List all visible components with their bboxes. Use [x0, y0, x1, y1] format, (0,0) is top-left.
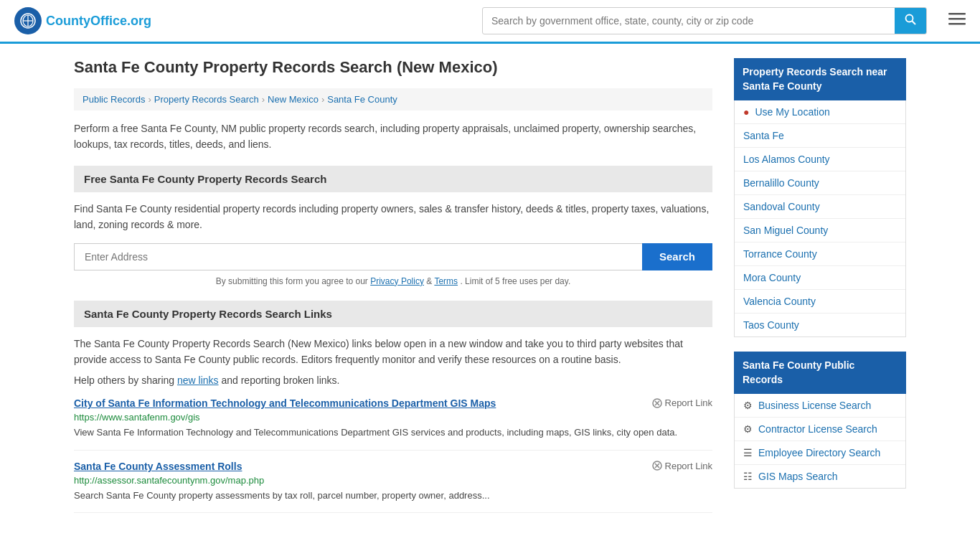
svg-point-3 [906, 15, 913, 22]
address-search-form: Search [74, 243, 712, 270]
svg-rect-6 [948, 18, 966, 20]
links-section-header: Santa Fe County Property Records Search … [74, 301, 712, 327]
sidebar-nearby-list: ● Use My Location Santa Fe Los Alamos Co… [734, 100, 906, 337]
sidebar-public-records-title: Santa Fe County Public Records [734, 352, 906, 394]
sidebar-item-bernalillo[interactable]: Bernalillo County [735, 171, 905, 195]
report-link-assessment[interactable]: Report Link [652, 461, 712, 471]
link-item-gis: City of Santa Fe Information Technology … [74, 397, 712, 451]
free-search-section-header: Free Santa Fe County Property Records Se… [74, 166, 712, 192]
links-section: Santa Fe County Property Records Search … [74, 301, 712, 514]
sidebar-item-sandoval[interactable]: Sandoval County [735, 195, 905, 219]
link-item-assessment-url: http://assessor.santafecountynm.gov/map.… [74, 475, 712, 486]
sidebar-public-records-section: Santa Fe County Public Records ⚙ Busines… [734, 352, 906, 489]
doc-icon-employee: ☰ [743, 447, 753, 458]
address-search-button[interactable]: Search [642, 243, 712, 270]
link-item-gis-desc: View Santa Fe Information Technology and… [74, 425, 712, 440]
use-my-location-link[interactable]: Use My Location [755, 106, 829, 118]
svg-rect-7 [948, 23, 966, 25]
breadcrumb-sep-3: › [321, 94, 324, 105]
global-search-button[interactable] [895, 8, 926, 34]
gear-icon-business: ⚙ [743, 400, 753, 411]
report-link-gis[interactable]: Report Link [652, 397, 712, 408]
hamburger-menu-button[interactable] [948, 11, 966, 30]
svg-line-4 [913, 22, 916, 25]
sidebar-item-use-my-location[interactable]: ● Use My Location [735, 100, 905, 124]
sidebar-item-taos[interactable]: Taos County [735, 314, 905, 336]
site-logo[interactable]: CountyOffice.org [14, 7, 151, 34]
sidebar-item-torrance[interactable]: Torrance County [735, 242, 905, 266]
link-item-gis-header: City of Santa Fe Information Technology … [74, 397, 712, 409]
gear-icon-contractor: ⚙ [743, 423, 753, 435]
breadcrumb-santa-fe-county[interactable]: Santa Fe County [327, 94, 397, 105]
new-links-link[interactable]: new links [177, 375, 219, 386]
sidebar-item-contractor-license[interactable]: ⚙ Contractor License Search [735, 418, 905, 441]
link-item-assessment: Santa Fe County Assessment Rolls Report … [74, 461, 712, 514]
breadcrumb-sep-2: › [262, 94, 265, 105]
breadcrumb-sep-1: › [148, 94, 151, 105]
sidebar: Property Records Search near Santa Fe Co… [734, 58, 906, 523]
site-header: CountyOffice.org [0, 0, 980, 44]
links-description: The Santa Fe County Property Records Sea… [74, 336, 712, 368]
main-content: Santa Fe County Property Records Search … [74, 58, 712, 523]
sidebar-item-santa-fe[interactable]: Santa Fe [735, 124, 905, 148]
sidebar-item-mora[interactable]: Mora County [735, 266, 905, 290]
sidebar-item-san-miguel[interactable]: San Miguel County [735, 219, 905, 242]
address-input[interactable] [74, 243, 642, 270]
link-item-gis-url: https://www.santafenm.gov/gis [74, 412, 712, 423]
sidebar-item-employee-directory[interactable]: ☰ Employee Directory Search [735, 441, 905, 465]
sidebar-item-valencia[interactable]: Valencia County [735, 290, 905, 314]
svg-rect-5 [948, 13, 966, 15]
main-layout: Santa Fe County Property Records Search … [60, 44, 920, 537]
page-title: Santa Fe County Property Records Search … [74, 58, 712, 77]
global-search-input[interactable] [483, 9, 895, 32]
global-search-bar [482, 7, 927, 34]
sidebar-item-business-license[interactable]: ⚙ Business License Search [735, 394, 905, 418]
form-note: By submitting this form you agree to our… [74, 276, 712, 286]
logo-icon [14, 7, 42, 34]
share-line: Help others by sharing new links and rep… [74, 375, 712, 386]
link-item-assessment-desc: Search Santa Fe County property assessme… [74, 489, 712, 503]
breadcrumb-new-mexico[interactable]: New Mexico [268, 94, 319, 105]
sidebar-nearby-section: Property Records Search near Santa Fe Co… [734, 58, 906, 337]
map-icon-gis: ☷ [743, 471, 753, 482]
free-search-description: Find Santa Fe County residential propert… [74, 201, 712, 233]
page-description: Perform a free Santa Fe County, NM publi… [74, 121, 712, 153]
sidebar-item-los-alamos[interactable]: Los Alamos County [735, 148, 905, 171]
link-item-gis-title[interactable]: City of Santa Fe Information Technology … [74, 397, 496, 409]
privacy-policy-link[interactable]: Privacy Policy [370, 276, 424, 286]
link-item-assessment-title[interactable]: Santa Fe County Assessment Rolls [74, 461, 242, 472]
link-item-assessment-header: Santa Fe County Assessment Rolls Report … [74, 461, 712, 472]
breadcrumb-public-records[interactable]: Public Records [83, 94, 145, 105]
logo-text: CountyOffice.org [46, 14, 151, 29]
sidebar-item-gis-maps[interactable]: ☷ GIS Maps Search [735, 465, 905, 488]
breadcrumb-property-records-search[interactable]: Property Records Search [154, 94, 259, 105]
location-pin-icon: ● [743, 106, 749, 118]
terms-link[interactable]: Terms [434, 276, 458, 286]
sidebar-nearby-title: Property Records Search near Santa Fe Co… [734, 58, 906, 100]
breadcrumb: Public Records › Property Records Search… [74, 88, 712, 110]
sidebar-public-records-list: ⚙ Business License Search ⚙ Contractor L… [734, 394, 906, 489]
